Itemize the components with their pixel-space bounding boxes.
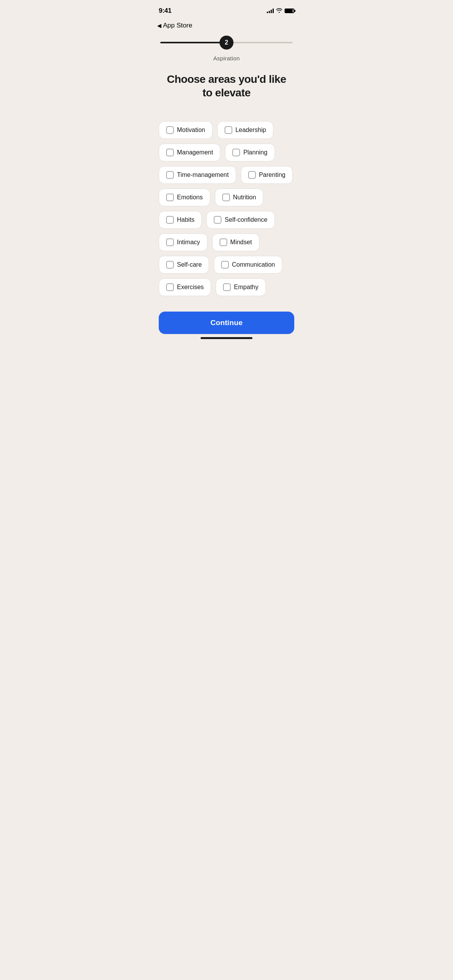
chip-mindset[interactable]: Mindset [212,233,259,251]
chip-checkbox-management [166,149,174,156]
chip-checkbox-leadership [225,126,232,134]
chip-checkbox-nutrition [222,194,230,201]
page-title: Choose areas you'd like to elevate [162,72,291,99]
chips-area: Motivation Leadership Management Plannin… [151,106,302,305]
chip-checkbox-mindset [220,238,227,246]
chip-self-confidence[interactable]: Self-confidence [206,211,275,229]
progress-step-dot: 2 [220,36,233,50]
chip-label-planning: Planning [243,149,267,156]
chip-label-emotions: Emotions [177,194,203,201]
chip-nutrition[interactable]: Nutrition [215,188,264,206]
chip-checkbox-habits [166,216,174,224]
chip-checkbox-self-care [166,261,174,269]
chip-label-self-care: Self-care [177,261,202,268]
chip-checkbox-time-management [166,171,174,179]
chip-checkbox-planning [232,149,240,156]
footer: Continue [151,305,302,351]
chip-checkbox-exercises [166,283,174,291]
nav-bar: ◀ App Store [151,19,302,33]
chip-checkbox-communication [221,261,229,269]
back-label: App Store [163,22,192,29]
chip-checkbox-parenting [248,171,256,179]
chip-label-empathy: Empathy [234,284,258,291]
continue-button[interactable]: Continue [159,312,294,334]
back-button[interactable]: ◀ App Store [157,22,192,29]
wifi-icon [276,8,282,14]
chip-label-parenting: Parenting [259,171,286,178]
chip-intimacy[interactable]: Intimacy [159,233,208,251]
signal-icon [267,9,274,13]
chip-motivation[interactable]: Motivation [159,121,213,139]
battery-icon [285,9,294,13]
chip-communication[interactable]: Communication [214,256,282,274]
chip-emotions[interactable]: Emotions [159,188,210,206]
status-time: 9:41 [159,7,172,15]
progress-label: Aspiration [159,55,294,62]
chip-label-motivation: Motivation [177,127,205,134]
chip-habits[interactable]: Habits [159,211,202,229]
chip-management[interactable]: Management [159,144,220,161]
chip-time-management[interactable]: Time-management [159,166,236,184]
chip-exercises[interactable]: Exercises [159,278,211,296]
chip-label-communication: Communication [232,261,275,268]
progress-section: 2 Aspiration [151,33,302,63]
chip-label-intimacy: Intimacy [177,239,200,246]
chip-label-self-confidence: Self-confidence [225,216,267,223]
title-section: Choose areas you'd like to elevate [151,63,302,106]
status-icons [267,8,294,14]
chip-label-exercises: Exercises [177,284,204,291]
chip-label-habits: Habits [177,216,194,223]
chip-label-nutrition: Nutrition [233,194,256,201]
chip-leadership[interactable]: Leadership [217,121,273,139]
chip-checkbox-motivation [166,126,174,134]
chip-label-time-management: Time-management [177,171,229,178]
chip-label-leadership: Leadership [235,127,266,134]
chip-checkbox-self-confidence [214,216,221,224]
chip-checkbox-intimacy [166,238,174,246]
chip-checkbox-emotions [166,194,174,201]
chip-checkbox-empathy [223,283,231,291]
chip-parenting[interactable]: Parenting [241,166,293,184]
chip-self-care[interactable]: Self-care [159,256,209,274]
back-chevron-icon: ◀ [157,22,161,29]
chip-empathy[interactable]: Empathy [216,278,266,296]
chip-label-management: Management [177,149,213,156]
chip-planning[interactable]: Planning [225,144,275,161]
status-bar: 9:41 [151,0,302,19]
home-indicator [201,337,252,339]
chip-label-mindset: Mindset [230,239,252,246]
